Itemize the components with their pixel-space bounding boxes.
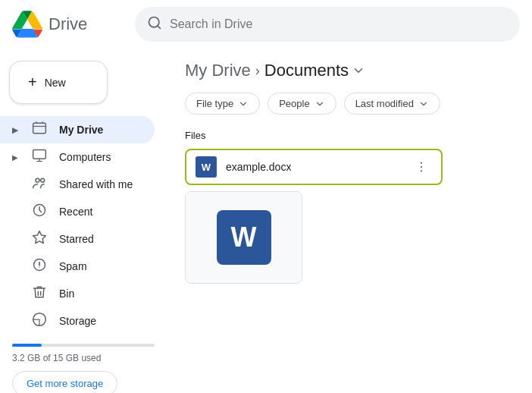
svg-point-11 [421,166,422,168]
starred-icon [30,230,49,249]
storage-bar-background [12,344,155,347]
sidebar: + New ▶ My Drive ▶ Computers ▶ Shared wi… [0,49,167,393]
breadcrumb-current-label: Documents [264,61,349,80]
spam-icon [30,257,49,276]
svg-point-4 [36,178,39,182]
sidebar-item-storage[interactable]: ▶ Storage [0,307,155,335]
filter-last-modified[interactable]: Last modified [344,93,440,115]
three-dots-icon [415,160,428,174]
filter-row: File type People Last modified [185,93,514,115]
sidebar-item-label-storage: Storage [59,315,96,327]
svg-marker-7 [33,231,46,243]
computers-icon [30,148,49,167]
chevron-down-icon-people [315,99,325,109]
sidebar-item-label-starred: Starred [59,233,94,245]
files-section-label: Files [185,130,514,141]
sidebar-item-label-my-drive: My Drive [59,124,103,136]
filter-last-modified-label: Last modified [355,98,414,109]
breadcrumb-current[interactable]: Documents [264,61,365,80]
sidebar-item-my-drive[interactable]: ▶ My Drive [0,116,155,143]
storage-icon [30,312,49,331]
svg-rect-3 [33,149,46,159]
sidebar-item-label-computers: Computers [59,151,111,163]
my-drive-icon [30,121,49,140]
file-item-example-docx[interactable]: W example.docx [185,149,443,185]
file-menu-button[interactable] [411,156,432,178]
sidebar-item-bin[interactable]: ▶ Bin [0,280,155,307]
get-storage-button[interactable]: Get more storage [12,371,117,393]
file-preview-thumbnail: W [186,192,302,283]
drive-logo-icon [12,9,42,39]
filter-people[interactable]: People [268,93,336,115]
svg-rect-2 [33,123,46,133]
new-button[interactable]: + New [9,61,108,104]
app-title: Drive [49,14,87,34]
svg-point-5 [41,178,45,182]
topbar: Drive [0,0,532,49]
sidebar-item-shared[interactable]: ▶ Shared with me [0,171,155,198]
svg-line-1 [158,25,161,28]
file-name: example.docx [226,161,402,173]
search-bar[interactable] [135,7,520,42]
svg-point-9 [39,266,39,267]
storage-text: 3.2 GB of 15 GB used [12,353,155,363]
sidebar-item-label-spam: Spam [59,260,87,272]
sidebar-item-label-bin: Bin [59,288,74,300]
filter-file-type-label: File type [196,98,233,109]
bin-icon [30,285,49,303]
chevron-down-icon-filetype [238,99,249,109]
file-list: W example.docx [185,149,514,185]
chevron-down-icon-lastmodified [418,99,429,109]
file-preview-card[interactable]: W [185,191,302,284]
search-input[interactable] [170,17,508,31]
expand-icon-computers: ▶ [12,153,18,162]
filter-file-type[interactable]: File type [185,93,260,115]
shared-icon [30,175,49,194]
chevron-down-icon [352,64,365,77]
breadcrumb-parent[interactable]: My Drive [185,61,251,80]
new-button-label: New [45,77,66,89]
logo-area: Drive [12,9,126,39]
filter-people-label: People [279,98,309,109]
word-preview-icon: W [217,210,271,265]
svg-point-10 [421,162,422,164]
sidebar-item-label-recent: Recent [59,206,92,218]
sidebar-item-starred[interactable]: ▶ Starred [0,225,155,253]
svg-point-12 [421,170,422,171]
recent-icon [30,203,49,222]
main-layout: + New ▶ My Drive ▶ Computers ▶ Shared wi… [0,49,532,393]
sidebar-item-spam[interactable]: ▶ Spam [0,253,155,280]
content-area: My Drive › Documents File type People La… [167,49,532,393]
expand-icon: ▶ [12,126,18,134]
sidebar-item-computers[interactable]: ▶ Computers [0,143,155,171]
breadcrumb: My Drive › Documents [185,61,514,80]
sidebar-item-label-shared: Shared with me [59,178,133,190]
sidebar-item-recent[interactable]: ▶ Recent [0,198,155,225]
plus-icon: + [28,74,37,91]
storage-bar-fill [12,344,42,347]
storage-section: 3.2 GB of 15 GB used Get more storage [0,335,167,393]
breadcrumb-separator: › [255,63,260,79]
search-icon [147,15,162,34]
word-file-icon: W [196,156,217,178]
